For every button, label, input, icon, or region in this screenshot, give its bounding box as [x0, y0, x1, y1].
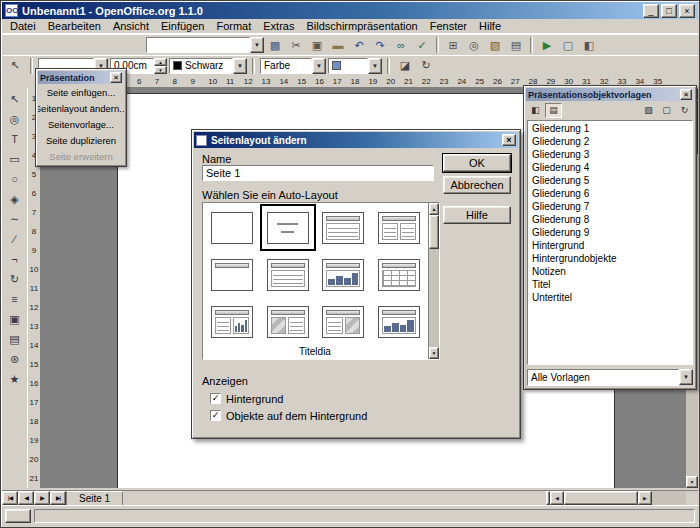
layout-option-title-chart[interactable] — [316, 251, 372, 298]
scroll-right-icon[interactable]: ▶ — [638, 491, 652, 505]
palette-item-seite-duplizieren[interactable]: Seite duplizieren — [38, 132, 124, 148]
layout-option-title-object[interactable] — [371, 298, 427, 345]
url-input[interactable] — [146, 37, 250, 53]
layout-scroll-down-icon[interactable]: ▼ — [429, 347, 439, 359]
zoom-icon[interactable]: ◎ — [464, 36, 484, 54]
horizontal-scroll-thumb[interactable] — [564, 491, 638, 505]
arrange-tool-icon[interactable]: ▣ — [5, 310, 25, 328]
layout-scroll-thumb[interactable] — [429, 215, 439, 249]
palette-close-icon[interactable]: × — [110, 72, 122, 83]
layout-option-title-table[interactable] — [371, 251, 427, 298]
layout-option-title-subtitle[interactable] — [260, 204, 316, 251]
presentation-styles-icon[interactable]: ▤ — [545, 103, 562, 118]
layout-name-input[interactable] — [202, 165, 434, 181]
style-item-gliederung-4[interactable]: Gliederung 4 — [529, 161, 691, 174]
layout-scroll-track[interactable] — [429, 249, 439, 347]
new-style-icon[interactable]: ▢ — [658, 103, 675, 118]
menu-item-einf-gen[interactable]: Einfügen — [155, 19, 210, 33]
first-page-button[interactable]: |◀ — [2, 491, 18, 505]
update-style-icon[interactable]: ↻ — [676, 103, 693, 118]
select-tool-icon[interactable]: ↖ — [5, 90, 25, 108]
style-item-notizen[interactable]: Notizen — [529, 265, 691, 278]
layout-option-title-text-chart[interactable] — [204, 298, 260, 345]
line-color-combo[interactable]: Schwarz ▼ — [169, 58, 247, 74]
style-item-gliederung-5[interactable]: Gliederung 5 — [529, 174, 691, 187]
slide-design-icon[interactable]: ◧ — [579, 36, 599, 54]
ok-button[interactable]: OK — [443, 154, 511, 172]
close-button[interactable]: × — [679, 4, 695, 18]
previous-page-button[interactable]: ◀ — [18, 491, 34, 505]
insert-slide-icon[interactable]: ▢ — [558, 36, 578, 54]
interaction-tool-icon[interactable]: ⊛ — [5, 350, 25, 368]
palette-item-seitenlayout-ndern[interactable]: Seitenlayout ändern... — [38, 100, 124, 116]
help-button[interactable]: Hilfe — [443, 206, 511, 224]
navigator-icon[interactable]: ⊞ — [443, 36, 463, 54]
stylist-close-icon[interactable]: × — [680, 89, 692, 100]
style-item-gliederung-2[interactable]: Gliederung 2 — [529, 135, 691, 148]
layout-option-title-text[interactable] — [316, 204, 372, 251]
layout-scrollbar[interactable]: ▲ ▼ — [428, 203, 439, 359]
start-presentation-icon[interactable]: ▶ — [537, 36, 557, 54]
fill-color-dropdown-icon[interactable]: ▼ — [368, 58, 382, 74]
style-item-gliederung-1[interactable]: Gliederung 1 — [529, 122, 691, 135]
url-dropdown-icon[interactable]: ▼ — [250, 37, 264, 53]
checkbox-hintergrund[interactable]: ✓Hintergrund — [210, 390, 367, 407]
style-item-gliederung-7[interactable]: Gliederung 7 — [529, 200, 691, 213]
layout-option-title-text-clipart[interactable] — [316, 298, 372, 345]
cut-icon[interactable]: ✂ — [286, 36, 306, 54]
style-item-hintergrund[interactable]: Hintergrund — [529, 239, 691, 252]
fill-format-mode-icon[interactable]: ▨ — [640, 103, 657, 118]
zoom-tool-icon[interactable]: ◎ — [5, 110, 25, 128]
last-page-button[interactable]: ▶| — [50, 491, 66, 505]
dialog-title-bar[interactable]: Seitenlayout ändern × — [194, 132, 518, 148]
fill-style-dropdown-icon[interactable]: ▼ — [312, 58, 326, 74]
style-item-hintergrundobjekte[interactable]: Hintergrundobjekte — [529, 252, 691, 265]
menu-item-hilfe[interactable]: Hilfe — [473, 19, 507, 33]
title-bar[interactable]: OO Unbenannt1 - OpenOffice.org 1.1.0 _□× — [2, 2, 698, 19]
palette-title-bar[interactable]: Präsentation × — [38, 71, 124, 84]
palette-item-seite-einf-gen[interactable]: Seite einfügen... — [38, 84, 124, 100]
fill-style-combo[interactable]: Farbe ▼ — [260, 58, 326, 74]
undo-icon[interactable]: ↶ — [349, 36, 369, 54]
effects-tool-icon[interactable]: ★ — [5, 370, 25, 388]
hyperlink-icon[interactable]: ∞ — [391, 36, 411, 54]
rotate-tool-icon[interactable]: ↻ — [5, 270, 25, 288]
spellcheck-icon[interactable]: ✓ — [412, 36, 432, 54]
object3d-tool-icon[interactable]: ◈ — [5, 190, 25, 208]
gallery-icon[interactable]: ▧ — [485, 36, 505, 54]
alignment-tool-icon[interactable]: ≡ — [5, 290, 25, 308]
style-filter-combo[interactable]: Alle Vorlagen ▼ — [527, 369, 693, 386]
scroll-left-icon[interactable]: ◀ — [550, 491, 564, 505]
paste-icon[interactable]: ▬ — [328, 36, 348, 54]
layout-option-blank[interactable] — [204, 204, 260, 251]
style-item-untertitel[interactable]: Untertitel — [529, 291, 691, 304]
connector-tool-icon[interactable]: ¬ — [5, 250, 25, 268]
fill-color-combo[interactable]: ▼ — [328, 58, 382, 74]
page-tab-seite-1[interactable]: Seite 1 — [66, 491, 123, 505]
menu-item-bearbeiten[interactable]: Bearbeiten — [42, 19, 107, 33]
copy-icon[interactable]: ▣ — [307, 36, 327, 54]
next-page-button[interactable]: ▶ — [34, 491, 50, 505]
palette-item-seitenvorlage[interactable]: Seitenvorlage... — [38, 116, 124, 132]
minimize-button[interactable]: _ — [643, 4, 659, 18]
text-tool-icon[interactable]: T — [5, 130, 25, 148]
layout-option-title-clipart-text[interactable] — [260, 298, 316, 345]
dialog-close-icon[interactable]: × — [502, 134, 516, 146]
style-filter-dropdown-icon[interactable]: ▼ — [679, 369, 693, 385]
checkbox-objekte-auf-dem-hintergrund[interactable]: ✓Objekte auf dem Hintergrund — [210, 407, 367, 424]
ellipse-tool-icon[interactable]: ○ — [5, 170, 25, 188]
curve-tool-icon[interactable]: ∼ — [5, 210, 25, 228]
edit-points-icon[interactable]: ↖ — [5, 57, 25, 75]
menu-item-datei[interactable]: Datei — [4, 19, 42, 33]
style-item-gliederung-3[interactable]: Gliederung 3 — [529, 148, 691, 161]
layout-option-title-only[interactable] — [204, 251, 260, 298]
line-tool-icon[interactable]: ∕ — [5, 230, 25, 248]
scroll-down-icon[interactable]: ▼ — [686, 476, 698, 488]
style-item-gliederung-9[interactable]: Gliederung 9 — [529, 226, 691, 239]
style-item-titel[interactable]: Titel — [529, 278, 691, 291]
cancel-button[interactable]: Abbrechen — [443, 176, 511, 194]
insert-tool-icon[interactable]: ▤ — [5, 330, 25, 348]
line-width-spin[interactable]: ▴ ▾ — [154, 58, 167, 74]
url-combo[interactable]: ▼ — [146, 37, 264, 53]
shadow-icon[interactable]: ◪ — [395, 57, 415, 75]
